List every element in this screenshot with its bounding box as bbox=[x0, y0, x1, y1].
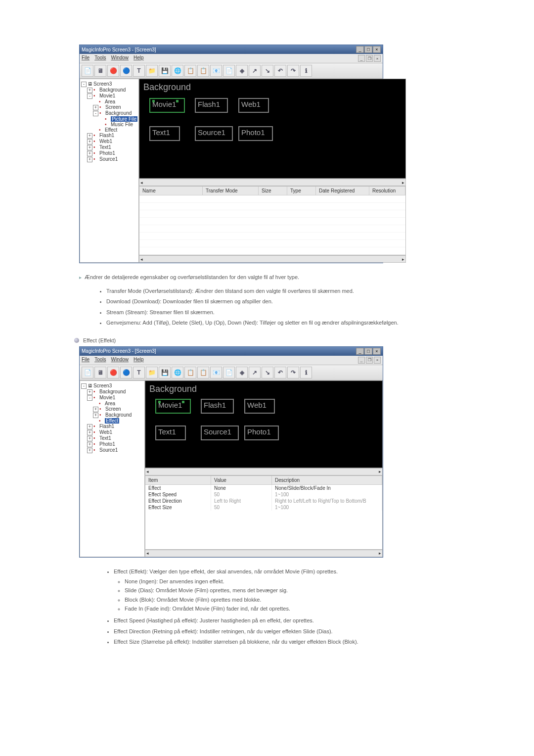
child-restore-icon[interactable]: ❐ bbox=[366, 357, 373, 364]
table-row[interactable]: Effect Size501~100 bbox=[145, 504, 382, 511]
tree-node-background[interactable]: +•Background bbox=[81, 412, 143, 418]
h-scrollbar[interactable]: ◂▸ bbox=[139, 179, 406, 186]
toolbar-btn-10[interactable]: 📧 bbox=[210, 65, 222, 77]
toolbar-btn-2[interactable]: 🔴 bbox=[107, 367, 119, 378]
toolbar-btn-5[interactable]: 📁 bbox=[146, 367, 158, 378]
slot-web1[interactable]: Web1 bbox=[238, 98, 269, 113]
child-restore-icon[interactable]: ❐ bbox=[366, 55, 373, 62]
toolbar-btn-17[interactable]: ℹ bbox=[300, 65, 312, 77]
toolbar-btn-2[interactable]: 🔴 bbox=[107, 65, 119, 77]
toolbar-btn-16[interactable]: ↷ bbox=[287, 367, 299, 378]
close-icon[interactable]: × bbox=[373, 348, 381, 355]
toolbar-btn-7[interactable]: 🌐 bbox=[172, 367, 183, 378]
slot-photo1[interactable]: Photo1 bbox=[244, 425, 279, 440]
tree-node-area[interactable]: •Area bbox=[81, 401, 143, 406]
tree-panel[interactable]: -🖥Screen3+•Background-•Movie1•Area+•Scre… bbox=[80, 79, 139, 263]
slot-movie1[interactable]: Movie1 bbox=[149, 98, 185, 113]
slot-flash1[interactable]: Flash1 bbox=[201, 399, 234, 414]
tree-node-photo1[interactable]: +•Photo1 bbox=[81, 150, 137, 156]
table-row[interactable]: Effect DirectionLeft to RightRight to Le… bbox=[145, 498, 382, 504]
tree-node-flash1[interactable]: +•Flash1 bbox=[81, 133, 137, 139]
toolbar-btn-5[interactable]: 📁 bbox=[146, 65, 158, 77]
toolbar-btn-9[interactable]: 📋 bbox=[197, 65, 209, 77]
col-size[interactable]: Size bbox=[259, 187, 287, 195]
tree-node-web1[interactable]: +•Web1 bbox=[81, 139, 137, 144]
toolbar-btn-1[interactable]: 🖥 bbox=[94, 65, 106, 77]
col-description[interactable]: Description bbox=[272, 476, 382, 484]
tree-node-background[interactable]: +•Background bbox=[81, 389, 143, 395]
col-date-registered[interactable]: Date Registered bbox=[316, 187, 369, 195]
tree-node-movie1[interactable]: -•Movie1 bbox=[81, 395, 143, 401]
col-transfer-mode[interactable]: Transfer Mode bbox=[203, 187, 259, 195]
tree-node-source1[interactable]: +•Source1 bbox=[81, 156, 137, 162]
toolbar-btn-14[interactable]: ↘ bbox=[262, 65, 273, 77]
toolbar-btn-6[interactable]: 💾 bbox=[159, 65, 171, 77]
child-close-icon[interactable]: × bbox=[374, 357, 381, 364]
col-resolution[interactable]: Resolution bbox=[369, 187, 405, 195]
tree-node-text1[interactable]: +•Text1 bbox=[81, 144, 137, 150]
tree-node-picture-file[interactable]: •Picture File bbox=[81, 116, 137, 122]
canvas[interactable]: Background Movie1 Flash1 Web1 Text1 Sour… bbox=[139, 79, 406, 179]
canvas[interactable]: Background Movie1 Flash1 Web1 Text1 Sour… bbox=[145, 380, 383, 468]
tree-panel[interactable]: -🖥Screen3+•Background-•Movie1•Area+•Scre… bbox=[80, 380, 145, 557]
slot-source1[interactable]: Source1 bbox=[201, 425, 239, 440]
table-row[interactable]: Effect Speed501~100 bbox=[145, 491, 382, 498]
toolbar-btn-6[interactable]: 💾 bbox=[159, 367, 171, 378]
col-value[interactable]: Value bbox=[211, 476, 272, 484]
tree-node-flash1[interactable]: +•Flash1 bbox=[81, 424, 143, 429]
toolbar-btn-16[interactable]: ↷ bbox=[287, 65, 299, 77]
col-item[interactable]: Item bbox=[145, 476, 211, 484]
toolbar-btn-3[interactable]: 🔵 bbox=[120, 367, 132, 378]
toolbar-btn-10[interactable]: 📧 bbox=[210, 367, 222, 378]
toolbar-btn-11[interactable]: 📄 bbox=[223, 367, 235, 378]
tree-node-source1[interactable]: +•Source1 bbox=[81, 447, 143, 453]
toolbar-btn-0[interactable]: 📄 bbox=[82, 65, 93, 77]
tree-node-effect[interactable]: •Effect bbox=[81, 127, 137, 133]
tree-node-text1[interactable]: +•Text1 bbox=[81, 435, 143, 441]
toolbar-btn-12[interactable]: ◈ bbox=[236, 65, 248, 77]
tree-root[interactable]: -🖥Screen3 bbox=[81, 81, 137, 87]
menu-help[interactable]: Help bbox=[134, 357, 144, 364]
toolbar-btn-12[interactable]: ◈ bbox=[236, 367, 248, 378]
toolbar-btn-15[interactable]: ↶ bbox=[274, 65, 286, 77]
tree-node-effect[interactable]: •Effect bbox=[81, 418, 143, 424]
tree-node-web1[interactable]: +•Web1 bbox=[81, 429, 143, 435]
minimize-icon[interactable]: _ bbox=[356, 348, 364, 355]
toolbar-btn-11[interactable]: 📄 bbox=[223, 65, 235, 77]
maximize-icon[interactable]: □ bbox=[364, 348, 372, 355]
maximize-icon[interactable]: □ bbox=[364, 46, 372, 53]
slot-movie1[interactable]: Movie1 bbox=[155, 399, 191, 414]
col-type[interactable]: Type bbox=[287, 187, 316, 195]
toolbar-btn-0[interactable]: 📄 bbox=[82, 367, 93, 378]
menu-tools[interactable]: Tools bbox=[94, 357, 106, 364]
toolbar-btn-1[interactable]: 🖥 bbox=[94, 367, 106, 378]
tree-root[interactable]: -🖥Screen3 bbox=[81, 383, 143, 389]
grid-h-scrollbar[interactable]: ◂▸ bbox=[139, 255, 406, 263]
menu-help[interactable]: Help bbox=[134, 55, 144, 62]
toolbar-btn-8[interactable]: 📋 bbox=[184, 367, 196, 378]
menu-tools[interactable]: Tools bbox=[94, 55, 106, 62]
toolbar-btn-8[interactable]: 📋 bbox=[184, 65, 196, 77]
tree-node-area[interactable]: •Area bbox=[81, 99, 137, 104]
menu-window[interactable]: Window bbox=[111, 55, 129, 62]
child-min-icon[interactable]: _ bbox=[358, 55, 365, 62]
tree-node-background[interactable]: +•Background bbox=[81, 87, 137, 93]
menu-file[interactable]: File bbox=[82, 55, 89, 62]
slot-web1[interactable]: Web1 bbox=[244, 399, 275, 414]
h-scrollbar[interactable]: ◂▸ bbox=[145, 468, 383, 475]
toolbar-btn-15[interactable]: ↶ bbox=[274, 367, 286, 378]
toolbar-btn-13[interactable]: ↗ bbox=[249, 65, 261, 77]
col-name[interactable]: Name bbox=[139, 187, 203, 195]
tree-node-screen[interactable]: +•Screen bbox=[81, 104, 137, 110]
tree-node-background[interactable]: -•Background bbox=[81, 110, 137, 116]
slot-flash1[interactable]: Flash1 bbox=[195, 98, 228, 113]
table-row[interactable]: EffectNoneNone/Slide/Block/Fade In bbox=[145, 485, 382, 491]
slot-source1[interactable]: Source1 bbox=[195, 126, 233, 141]
slot-text1[interactable]: Text1 bbox=[155, 425, 186, 440]
tree-node-movie1[interactable]: -•Movie1 bbox=[81, 93, 137, 99]
child-close-icon[interactable]: × bbox=[374, 55, 381, 62]
toolbar-btn-9[interactable]: 📋 bbox=[197, 367, 209, 378]
toolbar-btn-4[interactable]: T bbox=[133, 65, 145, 77]
toolbar-btn-17[interactable]: ℹ bbox=[300, 367, 312, 378]
slot-text1[interactable]: Text1 bbox=[149, 126, 180, 141]
